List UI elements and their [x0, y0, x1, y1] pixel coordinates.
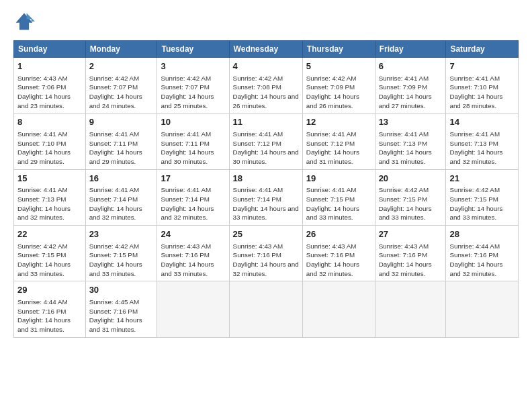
day-number: 8	[17, 116, 82, 128]
day-info: Sunrise: 4:41 AMSunset: 7:10 PMDaylight:…	[449, 74, 515, 111]
day-info: Sunrise: 4:42 AMSunset: 7:08 PMDaylight:…	[233, 74, 299, 111]
day-info: Sunrise: 4:44 AMSunset: 7:16 PMDaylight:…	[17, 298, 82, 334]
day-number: 11	[233, 116, 299, 128]
day-cell-18: 18Sunrise: 4:41 AMSunset: 7:14 PMDayligh…	[229, 169, 302, 225]
day-number: 24	[161, 228, 225, 240]
day-number: 25	[233, 228, 299, 240]
day-cell-3: 3Sunrise: 4:42 AMSunset: 7:07 PMDaylight…	[157, 58, 229, 113]
day-cell-27: 27Sunrise: 4:43 AMSunset: 7:16 PMDayligh…	[375, 226, 446, 281]
header-row: SundayMondayTuesdayWednesdayThursdayFrid…	[14, 41, 519, 58]
day-cell-21: 21Sunrise: 4:42 AMSunset: 7:15 PMDayligh…	[446, 169, 519, 225]
empty-cell	[157, 281, 229, 337]
day-info: Sunrise: 4:43 AMSunset: 7:16 PMDaylight:…	[233, 242, 299, 279]
day-number: 28	[449, 228, 515, 240]
day-info: Sunrise: 4:42 AMSunset: 7:15 PMDaylight:…	[89, 242, 154, 279]
col-header-thursday: Thursday	[302, 41, 375, 58]
day-info: Sunrise: 4:42 AMSunset: 7:15 PMDaylight:…	[449, 185, 515, 222]
day-cell-28: 28Sunrise: 4:44 AMSunset: 7:16 PMDayligh…	[446, 226, 519, 281]
day-number: 21	[449, 173, 515, 185]
day-info: Sunrise: 4:41 AMSunset: 7:09 PMDaylight:…	[379, 74, 443, 111]
day-info: Sunrise: 4:41 AMSunset: 7:10 PMDaylight:…	[17, 130, 82, 167]
empty-cell	[375, 281, 446, 337]
day-number: 12	[306, 116, 371, 128]
day-cell-2: 2Sunrise: 4:42 AMSunset: 7:07 PMDaylight…	[85, 58, 157, 113]
day-info: Sunrise: 4:41 AMSunset: 7:11 PMDaylight:…	[161, 130, 225, 167]
day-cell-11: 11Sunrise: 4:41 AMSunset: 7:12 PMDayligh…	[229, 113, 302, 169]
calendar-table: SundayMondayTuesdayWednesdayThursdayFrid…	[13, 40, 519, 338]
day-cell-8: 8Sunrise: 4:41 AMSunset: 7:10 PMDaylight…	[14, 113, 86, 169]
day-info: Sunrise: 4:42 AMSunset: 7:09 PMDaylight:…	[306, 74, 371, 111]
day-number: 18	[233, 173, 299, 185]
day-info: Sunrise: 4:41 AMSunset: 7:14 PMDaylight:…	[161, 185, 225, 222]
day-number: 15	[17, 173, 82, 185]
week-row-2: 8Sunrise: 4:41 AMSunset: 7:10 PMDaylight…	[14, 113, 519, 169]
day-cell-20: 20Sunrise: 4:42 AMSunset: 7:15 PMDayligh…	[375, 169, 446, 225]
svg-marker-0	[16, 13, 33, 30]
header	[13, 11, 519, 32]
day-cell-19: 19Sunrise: 4:41 AMSunset: 7:15 PMDayligh…	[302, 169, 375, 225]
day-cell-1: 1Sunrise: 4:43 AMSunset: 7:06 PMDaylight…	[14, 58, 86, 113]
week-row-5: 29Sunrise: 4:44 AMSunset: 7:16 PMDayligh…	[14, 281, 519, 337]
day-info: Sunrise: 4:45 AMSunset: 7:16 PMDaylight:…	[89, 298, 154, 334]
day-number: 20	[379, 173, 443, 185]
col-header-wednesday: Wednesday	[229, 41, 302, 58]
day-number: 30	[89, 284, 154, 296]
day-cell-7: 7Sunrise: 4:41 AMSunset: 7:10 PMDaylight…	[446, 58, 519, 113]
day-info: Sunrise: 4:43 AMSunset: 7:16 PMDaylight:…	[379, 242, 443, 279]
day-info: Sunrise: 4:41 AMSunset: 7:13 PMDaylight:…	[17, 185, 82, 222]
day-number: 6	[379, 60, 443, 73]
day-info: Sunrise: 4:41 AMSunset: 7:15 PMDaylight:…	[306, 185, 371, 222]
day-info: Sunrise: 4:42 AMSunset: 7:15 PMDaylight:…	[17, 242, 82, 279]
col-header-monday: Monday	[85, 41, 157, 58]
day-info: Sunrise: 4:41 AMSunset: 7:13 PMDaylight:…	[379, 130, 443, 167]
col-header-tuesday: Tuesday	[157, 41, 229, 58]
day-cell-10: 10Sunrise: 4:41 AMSunset: 7:11 PMDayligh…	[157, 113, 229, 169]
empty-cell	[302, 281, 375, 337]
day-info: Sunrise: 4:43 AMSunset: 7:16 PMDaylight:…	[161, 242, 225, 279]
day-number: 13	[379, 116, 443, 128]
day-info: Sunrise: 4:41 AMSunset: 7:14 PMDaylight:…	[233, 185, 299, 222]
day-number: 5	[306, 60, 371, 73]
day-number: 27	[379, 228, 443, 240]
day-cell-26: 26Sunrise: 4:43 AMSunset: 7:16 PMDayligh…	[302, 226, 375, 281]
day-number: 7	[449, 60, 515, 73]
day-cell-6: 6Sunrise: 4:41 AMSunset: 7:09 PMDaylight…	[375, 58, 446, 113]
day-number: 1	[17, 60, 82, 73]
day-info: Sunrise: 4:41 AMSunset: 7:13 PMDaylight:…	[449, 130, 515, 167]
day-info: Sunrise: 4:42 AMSunset: 7:15 PMDaylight:…	[379, 185, 443, 222]
day-number: 29	[17, 284, 82, 296]
col-header-sunday: Sunday	[14, 41, 86, 58]
day-cell-12: 12Sunrise: 4:41 AMSunset: 7:12 PMDayligh…	[302, 113, 375, 169]
day-cell-22: 22Sunrise: 4:42 AMSunset: 7:15 PMDayligh…	[14, 226, 86, 281]
col-header-friday: Friday	[375, 41, 446, 58]
day-cell-9: 9Sunrise: 4:41 AMSunset: 7:11 PMDaylight…	[85, 113, 157, 169]
day-cell-23: 23Sunrise: 4:42 AMSunset: 7:15 PMDayligh…	[85, 226, 157, 281]
week-row-1: 1Sunrise: 4:43 AMSunset: 7:06 PMDaylight…	[14, 58, 519, 113]
day-cell-25: 25Sunrise: 4:43 AMSunset: 7:16 PMDayligh…	[229, 226, 302, 281]
day-cell-13: 13Sunrise: 4:41 AMSunset: 7:13 PMDayligh…	[375, 113, 446, 169]
logo-icon	[13, 11, 35, 32]
logo	[13, 11, 38, 32]
day-number: 14	[449, 116, 515, 128]
day-info: Sunrise: 4:43 AMSunset: 7:06 PMDaylight:…	[17, 74, 82, 111]
day-cell-15: 15Sunrise: 4:41 AMSunset: 7:13 PMDayligh…	[14, 169, 86, 225]
day-info: Sunrise: 4:41 AMSunset: 7:14 PMDaylight:…	[89, 185, 154, 222]
empty-cell	[229, 281, 302, 337]
day-cell-14: 14Sunrise: 4:41 AMSunset: 7:13 PMDayligh…	[446, 113, 519, 169]
col-header-saturday: Saturday	[446, 41, 519, 58]
day-cell-16: 16Sunrise: 4:41 AMSunset: 7:14 PMDayligh…	[85, 169, 157, 225]
day-cell-5: 5Sunrise: 4:42 AMSunset: 7:09 PMDaylight…	[302, 58, 375, 113]
day-info: Sunrise: 4:44 AMSunset: 7:16 PMDaylight:…	[449, 242, 515, 279]
day-info: Sunrise: 4:41 AMSunset: 7:12 PMDaylight:…	[306, 130, 371, 167]
day-cell-17: 17Sunrise: 4:41 AMSunset: 7:14 PMDayligh…	[157, 169, 229, 225]
page: SundayMondayTuesdayWednesdayThursdayFrid…	[0, 0, 532, 411]
day-number: 9	[89, 116, 154, 128]
day-number: 3	[161, 60, 225, 73]
day-number: 16	[89, 173, 154, 185]
week-row-3: 15Sunrise: 4:41 AMSunset: 7:13 PMDayligh…	[14, 169, 519, 225]
day-info: Sunrise: 4:43 AMSunset: 7:16 PMDaylight:…	[306, 242, 371, 279]
day-number: 23	[89, 228, 154, 240]
empty-cell	[446, 281, 519, 337]
day-number: 26	[306, 228, 371, 240]
day-info: Sunrise: 4:41 AMSunset: 7:11 PMDaylight:…	[89, 130, 154, 167]
